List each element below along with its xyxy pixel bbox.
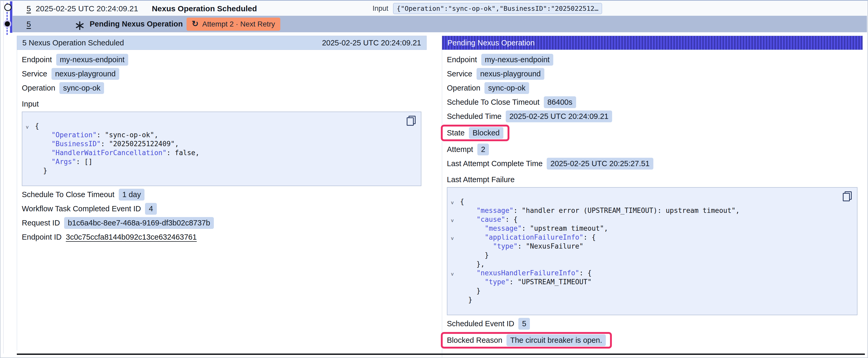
field-row: Schedule To Close Timeout 1 day [22,189,427,200]
field-label: Scheduled Time [447,112,501,121]
field-label: Schedule To Close Timeout [22,190,115,199]
json-gutter [26,149,35,158]
event-id-link[interactable]: 5 [27,20,31,29]
history-rail-line [3,1,4,354]
copy-icon[interactable] [843,191,852,201]
field-value: 2 [477,143,489,155]
input-section-label: Input [22,100,427,108]
attempt-badge-label: Attempt 2 · Next Retry [202,20,275,28]
pending-panel-title: Pending Nexus Operation [447,39,535,47]
json-line: "type": "UPSTREAM_TIMEOUT" [451,278,841,286]
field-value: sync-op-ok [485,82,529,94]
collapse-chevron-icon[interactable]: v [451,234,460,243]
field-value: 1 day [119,189,145,200]
field-value: b1c6a4bc-8ee7-468a-9169-df3b02c8737b [64,217,214,229]
field-row: Endpoint my-nexus-endpoint [447,54,863,66]
input-field-label: Input [373,4,388,12]
field-label: Service [22,70,47,78]
input-json-block: v{ "Operation": "sync-op-ok", "BusinessI… [22,111,422,186]
json-gutter [26,131,35,140]
pending-panel-body: Endpoint my-nexus-endpoint Service nexus… [442,50,863,358]
attempt-retry-badge: ↻ Attempt 2 · Next Retry [187,18,280,31]
retry-icon: ↻ [192,20,198,28]
field-label: Attempt [447,145,473,154]
json-gutter [451,207,460,216]
field-label: Service [447,70,472,78]
json-line: "HandlerWaitForCancellation": false, [26,148,405,157]
field-row: Scheduled Event ID 5 [447,318,863,330]
field-value: nexus-playground [476,68,545,80]
json-gutter [26,158,35,167]
json-line: "message": "handler error (UPSTREAM_TIME… [451,206,841,215]
field-label: Workflow Task Completed Event ID [22,204,141,213]
field-label: Operation [447,84,480,92]
field-row: Last Attempt Complete Time 2025-02-25 UT… [447,158,863,169]
json-line: v{ [26,122,405,130]
timeline-open-event-dot [4,4,11,11]
field-value-link[interactable]: 3c0c75ccfa8144b092c13ce632463761 [66,233,197,241]
field-label: Endpoint [22,55,52,64]
collapse-chevron-icon[interactable]: v [451,198,460,207]
scheduled-panel-timestamp: 2025-02-25 UTC 20:24:09.21 [322,39,421,47]
json-line: "Args": [] [26,157,405,166]
json-line: v "cause": { [451,215,841,224]
field-label: Schedule To Close Timeout [447,98,539,106]
json-gutter [451,287,460,296]
field-label: Blocked Reason [447,336,502,345]
field-value: nexus-playground [52,68,120,80]
field-value: sync-op-ok [59,82,104,94]
json-gutter [451,243,460,252]
field-label: Scheduled Event ID [447,319,514,328]
json-gutter [451,225,460,234]
field-value: 86400s [544,96,576,108]
field-value: my-nexus-endpoint [481,54,554,66]
pending-event-label: Pending Nexus Operation [90,20,183,28]
json-line: v "nexusHandlerFailureInfo": { [451,268,841,278]
field-value: 4 [145,203,157,215]
field-row: Service nexus-playground [447,68,863,80]
input-preview-chip[interactable]: {"Operation":"sync-op-ok","BusinessID":"… [393,3,602,14]
json-gutter [451,296,460,305]
field-row: Endpoint ID 3c0c75ccfa8144b092c13ce63246… [22,231,427,243]
field-row: Operation sync-op-ok [447,82,863,94]
field-row: Operation sync-op-ok [22,82,427,94]
json-line: "BusinessID": "20250225122409", [26,139,405,148]
collapse-chevron-icon[interactable]: v [451,269,460,279]
field-row: Request ID b1c6a4bc-8ee7-468a-9169-df3b0… [22,217,427,229]
field-row: Service nexus-playground [22,68,427,80]
field-row-annotated: Blocked Reason The circuit breaker is op… [441,332,612,349]
field-label: State [447,129,465,137]
field-row: Endpoint my-nexus-endpoint [22,54,427,66]
event-row-scheduled[interactable]: 5 2025-02-25 UTC 20:24:09.21 Nexus Opera… [12,1,867,16]
timeline-current-event-dot [5,21,10,27]
json-gutter [451,279,460,287]
copy-icon[interactable] [407,116,415,126]
last-attempt-failure-label: Last Attempt Failure [447,175,863,184]
failure-json-block: v{ "message": "handler error (UPSTREAM_T… [447,187,858,315]
field-row: Scheduled Time 2025-02-25 UTC 20:24:09.2… [447,110,863,122]
json-gutter [26,140,35,149]
field-label: Request ID [22,219,60,227]
scheduled-panel-header: 5 Nexus Operation Scheduled 2025-02-25 U… [17,36,427,50]
event-row-pending[interactable]: 5 ∗ Pending Nexus Operation ↻ Attempt 2 … [12,16,867,32]
field-value: my-nexus-endpoint [56,54,128,66]
event-type-label: Nexus Operation Scheduled [152,4,257,13]
field-value: 2025-02-25 UTC 20:24:09.21 [506,110,612,122]
json-line: } [451,251,841,260]
json-line: } [451,295,841,304]
field-row: Workflow Task Completed Event ID 4 [22,203,427,215]
collapse-chevron-icon[interactable]: v [26,123,35,131]
field-row-annotated: State Blocked [441,125,509,141]
json-line: "type": "NexusFailure" [451,242,841,251]
field-value: The circuit breaker is open. [506,334,606,346]
field-label: Endpoint [447,55,477,64]
field-row: Attempt 2 [447,143,863,155]
collapse-chevron-icon[interactable]: v [451,216,460,225]
temporal-event-history-view: 5 2025-02-25 UTC 20:24:09.21 Nexus Opera… [0,0,868,358]
field-value: 2025-02-25 UTC 20:25:27.51 [547,158,653,169]
event-id-link[interactable]: 5 [27,4,31,13]
json-line: "Operation": "sync-op-ok", [26,130,405,139]
scheduled-panel-body: Endpoint my-nexus-endpoint Service nexus… [17,50,427,350]
json-line: v "applicationFailureInfo": { [451,233,841,242]
field-label: Last Attempt Complete Time [447,159,542,168]
